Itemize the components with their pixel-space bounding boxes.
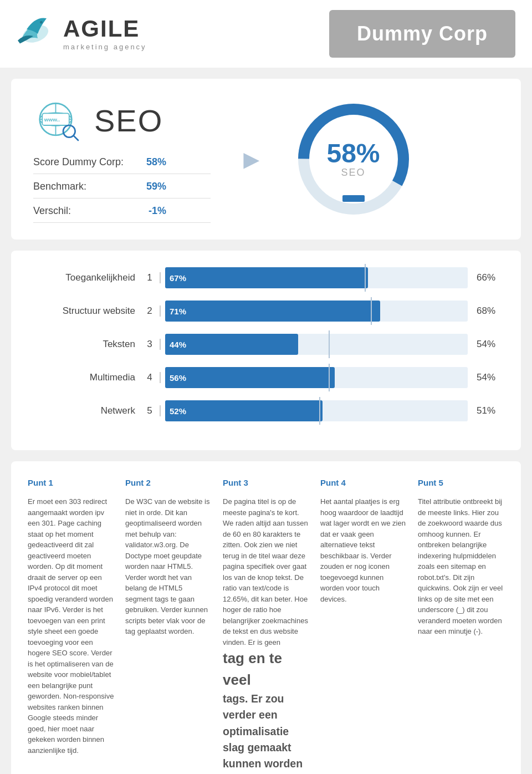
bar-benchmark-value-2: 54% xyxy=(477,339,499,350)
bar-number-0: 1 xyxy=(144,272,161,283)
bar-fill-label-1: 71% xyxy=(170,307,186,316)
punt-col-4: Punt 4 Het aantal plaatjes is erg hoog w… xyxy=(320,478,407,774)
bar-fill-3: 56% xyxy=(165,367,335,388)
bar-benchmark-line-0 xyxy=(365,264,366,292)
bar-number-4: 5 xyxy=(144,405,161,416)
bar-number-2: 3 xyxy=(144,339,161,350)
logo-bird-icon xyxy=(11,12,55,56)
seo-left-panel: www.. SEO Score Dummy Corp: 58% Benchmar… xyxy=(33,95,211,223)
bar-benchmark-value-3: 54% xyxy=(477,372,499,383)
seo-verschil-row: Verschil: -1% xyxy=(33,205,211,223)
bar-fill-label-4: 52% xyxy=(170,406,186,416)
bar-track-4: 52% xyxy=(165,400,468,421)
punt-heading-1: Punt 1 xyxy=(28,478,114,487)
svg-line-9 xyxy=(74,136,78,140)
seo-score-value: 58% xyxy=(133,156,166,168)
svg-point-1 xyxy=(40,21,43,24)
punt-text-5: Titel attributie ontbreekt bij de meeste… xyxy=(418,496,504,637)
punt-col-5: Punt 5 Titel attributie ontbreekt bij de… xyxy=(418,478,504,774)
seo-verschil-value: -1% xyxy=(133,205,166,217)
seo-verschil-label: Verschil: xyxy=(33,205,133,217)
seo-score-label: Score Dummy Corp: xyxy=(33,156,133,168)
bar-fill-1: 71% xyxy=(165,301,380,322)
bar-track-2: 44% xyxy=(165,334,468,355)
punt-col-1: Punt 1 Er moet een 303 redirect aangemaa… xyxy=(28,478,114,774)
bars-container: Toegankelijkheid 1 67% 66% Structuur web… xyxy=(33,267,499,421)
bar-fill-label-0: 67% xyxy=(170,273,186,283)
bar-label-2: Teksten xyxy=(33,339,144,350)
bar-row: Teksten 3 44% 54% xyxy=(33,334,499,355)
bar-label-3: Multimedia xyxy=(33,372,144,383)
logo-text: AGILE marketing agency xyxy=(63,17,147,51)
svg-rect-12 xyxy=(342,195,365,202)
donut-label: SEO xyxy=(326,167,380,179)
bar-benchmark-line-1 xyxy=(371,297,372,325)
punt-heading-5: Punt 5 xyxy=(418,478,504,487)
seo-arrow-icon: ► xyxy=(238,144,265,175)
bar-track-3: 56% xyxy=(165,367,468,388)
bar-fill-label-2: 44% xyxy=(170,340,186,349)
donut-center: 58% SEO xyxy=(326,140,380,179)
bar-benchmark-value-4: 51% xyxy=(477,405,499,416)
seo-benchmark-label: Benchmark: xyxy=(33,181,133,192)
seo-benchmark-row: Benchmark: 59% xyxy=(33,181,211,198)
svg-text:www..: www.. xyxy=(44,116,60,123)
punten-grid: Punt 1 Er moet een 303 redirect aangemaa… xyxy=(28,478,504,774)
globe-icon: www.. xyxy=(33,95,83,145)
bar-row: Netwerk 5 52% 51% xyxy=(33,400,499,421)
header: AGILE marketing agency Dummy Corp xyxy=(0,0,532,68)
seo-score-row: Score Dummy Corp: 58% xyxy=(33,156,211,174)
bar-row: Structuur website 2 71% 68% xyxy=(33,301,499,322)
punt-heading-4: Punt 4 xyxy=(320,478,407,487)
bars-section: Toegankelijkheid 1 67% 66% Structuur web… xyxy=(11,251,521,450)
punt-text-3: De pagina titel is op de meeste pagina's… xyxy=(223,496,309,774)
bar-benchmark-value-0: 66% xyxy=(477,272,499,283)
punt-text-4: Het aantal plaatjes is erg hoog waardoor… xyxy=(320,496,407,604)
bar-fill-2: 44% xyxy=(165,334,298,355)
bar-fill-0: 67% xyxy=(165,267,368,288)
donut-percent: 58% xyxy=(326,140,380,167)
main-content: www.. SEO Score Dummy Corp: 58% Benchmar… xyxy=(0,68,532,774)
bar-benchmark-line-3 xyxy=(329,364,330,391)
punt-heading-2: Punt 2 xyxy=(125,478,212,487)
punt-col-2: Punt 2 De W3C van de website is niet in … xyxy=(125,478,212,774)
punt-heading-3: Punt 3 xyxy=(223,478,309,487)
logo-subtitle-text: marketing agency xyxy=(63,43,147,51)
seo-icon-title: www.. SEO xyxy=(33,95,211,145)
client-name: Dummy Corp xyxy=(329,10,515,58)
bar-label-1: Structuur website xyxy=(33,305,144,317)
bar-track-1: 71% xyxy=(165,301,468,322)
seo-benchmark-value: 59% xyxy=(133,181,166,192)
seo-section: www.. SEO Score Dummy Corp: 58% Benchmar… xyxy=(11,79,521,240)
seo-title: SEO xyxy=(94,103,163,139)
donut-chart: 58% SEO xyxy=(293,98,415,220)
bar-number-3: 4 xyxy=(144,372,161,383)
seo-scores: Score Dummy Corp: 58% Benchmark: 59% Ver… xyxy=(33,156,211,223)
logo: AGILE marketing agency xyxy=(11,12,147,56)
bar-row: Multimedia 4 56% 54% xyxy=(33,367,499,388)
punten-section: Punt 1 Er moet een 303 redirect aangemaa… xyxy=(11,461,521,774)
bar-benchmark-line-2 xyxy=(329,330,330,358)
logo-agile-text: AGILE xyxy=(63,17,147,40)
punt-text-2: De W3C van de website is niet in orde. D… xyxy=(125,496,212,637)
bar-label-0: Toegankelijkheid xyxy=(33,272,144,283)
bar-track-0: 67% xyxy=(165,267,468,288)
bar-label-4: Netwerk xyxy=(33,405,144,416)
bar-benchmark-value-1: 68% xyxy=(477,305,499,317)
punt-text-1: Er moet een 303 redirect aangemaakt word… xyxy=(28,496,114,756)
bar-number-1: 2 xyxy=(144,305,161,317)
bar-fill-4: 52% xyxy=(165,400,323,421)
bar-fill-label-3: 56% xyxy=(170,373,186,383)
punt-col-3: Punt 3 De pagina titel is op de meeste p… xyxy=(223,478,309,774)
bar-row: Toegankelijkheid 1 67% 66% xyxy=(33,267,499,288)
bar-benchmark-line-4 xyxy=(319,397,320,425)
